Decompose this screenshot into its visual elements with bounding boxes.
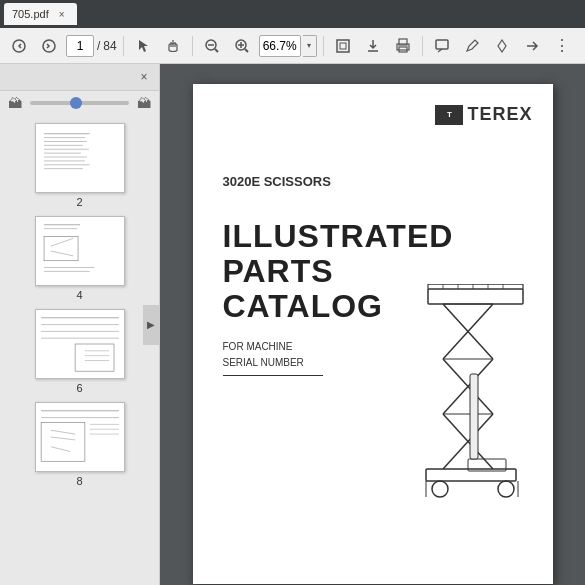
download-button[interactable]	[360, 33, 386, 59]
print-button[interactable]	[390, 33, 416, 59]
svg-rect-16	[36, 124, 123, 192]
thumbnail-list: 2 4	[0, 115, 159, 585]
more-options-button[interactable]: ⋮	[549, 33, 575, 59]
toolbar: / 84 ▾ ⋮	[0, 28, 585, 64]
svg-line-4	[215, 49, 218, 52]
svg-rect-78	[470, 374, 478, 459]
thumbnail-page-label: 6	[76, 382, 82, 394]
page-separator: /	[97, 39, 100, 53]
svg-point-74	[498, 481, 514, 497]
tab-filename: 705.pdf	[12, 8, 49, 20]
svg-rect-10	[340, 43, 346, 49]
thumbnail-zoom-controls: 🏔 🏔	[0, 91, 159, 115]
list-item[interactable]: 4	[8, 216, 151, 301]
pdf-serial-underline	[223, 375, 323, 376]
zoom-dropdown-button[interactable]: ▾	[303, 35, 317, 57]
next-page-button[interactable]	[36, 33, 62, 59]
terex-logo-box: T	[435, 105, 463, 125]
zoom-in-button[interactable]	[229, 33, 255, 59]
list-item[interactable]: 6	[8, 309, 151, 394]
list-item[interactable]: 2	[8, 123, 151, 208]
thumb-zoom-slider[interactable]	[30, 101, 129, 105]
zoom-group: ▾	[259, 35, 317, 57]
pdf-viewer[interactable]: T TEREX 3020E SCISSORS ILLUSTRATED PARTS…	[160, 64, 585, 585]
thumbnail-page-4[interactable]	[35, 216, 125, 286]
main-area: × 🏔 🏔	[0, 64, 585, 585]
sidebar-scroll-arrow[interactable]: ▶	[143, 305, 159, 345]
divider-4	[422, 36, 423, 56]
svg-rect-9	[337, 40, 349, 52]
svg-line-8	[245, 49, 248, 52]
thumb-zoom-slider-handle[interactable]	[70, 97, 82, 109]
thumb-zoom-out-icon[interactable]: 🏔	[8, 95, 22, 111]
fit-page-button[interactable]	[330, 33, 356, 59]
sidebar-header: ×	[0, 64, 159, 91]
thumbnail-page-8[interactable]	[35, 402, 125, 472]
draw-button[interactable]	[459, 33, 485, 59]
tab-close-button[interactable]: ×	[55, 7, 69, 21]
thumb-zoom-in-icon[interactable]: 🏔	[137, 95, 151, 111]
scissor-lift-illustration	[418, 284, 538, 574]
current-page-input[interactable]	[66, 35, 94, 57]
pdf-title-line1: ILLUSTRATED	[223, 219, 513, 254]
pdf-model: 3020E SCISSORS	[223, 174, 513, 189]
page-input-group: / 84	[66, 35, 117, 57]
thumbnail-page-label: 4	[76, 289, 82, 301]
hand-tool-button[interactable]	[160, 33, 186, 59]
zoom-input[interactable]	[259, 35, 301, 57]
zoom-out-button[interactable]	[199, 33, 225, 59]
svg-rect-27	[36, 217, 123, 285]
list-item[interactable]: 8	[8, 402, 151, 487]
svg-rect-15	[436, 40, 448, 49]
svg-rect-44	[36, 403, 123, 471]
comment-button[interactable]	[429, 33, 455, 59]
pdf-page: T TEREX 3020E SCISSORS ILLUSTRATED PARTS…	[193, 84, 553, 584]
divider-2	[192, 36, 193, 56]
total-pages: 84	[103, 39, 116, 53]
terex-logo-text: TEREX	[467, 104, 532, 125]
share-button[interactable]	[519, 33, 545, 59]
sidebar-close-button[interactable]: ×	[135, 68, 153, 86]
highlight-button[interactable]	[489, 33, 515, 59]
svg-point-73	[432, 481, 448, 497]
thumbnail-page-label: 2	[76, 196, 82, 208]
select-tool-button[interactable]	[130, 33, 156, 59]
terex-logo: T TEREX	[435, 104, 532, 125]
thumbnail-page-label: 8	[76, 475, 82, 487]
thumbnail-sidebar: × 🏔 🏔	[0, 64, 160, 585]
tab-bar: 705.pdf ×	[0, 0, 585, 28]
pdf-tab[interactable]: 705.pdf ×	[4, 3, 77, 25]
svg-rect-54	[428, 289, 523, 304]
divider-1	[123, 36, 124, 56]
thumbnail-page-6[interactable]	[35, 309, 125, 379]
prev-page-button[interactable]	[6, 33, 32, 59]
divider-3	[323, 36, 324, 56]
thumbnail-page-2[interactable]	[35, 123, 125, 193]
